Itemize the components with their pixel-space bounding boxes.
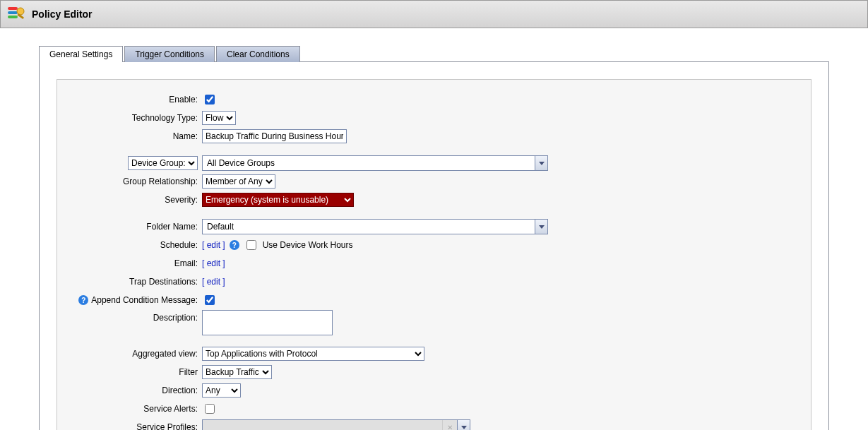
- service-alerts-checkbox[interactable]: [205, 404, 215, 414]
- svg-point-3: [17, 8, 24, 15]
- enable-label: Enable:: [64, 95, 202, 104]
- tab-trigger-conditions[interactable]: Trigger Conditions: [124, 46, 215, 62]
- filter-label: Filter: [64, 367, 202, 377]
- device-group-label-select[interactable]: Device Group:: [128, 156, 198, 170]
- service-profiles-value: [203, 420, 442, 430]
- device-group-combo[interactable]: All Device Groups: [202, 155, 548, 171]
- tab-label: General Settings: [49, 49, 112, 59]
- description-textarea[interactable]: [202, 310, 333, 335]
- append-condition-checkbox[interactable]: [205, 295, 215, 305]
- folder-name-value: Default: [203, 220, 535, 234]
- technology-type-label: Technology Type:: [64, 113, 202, 123]
- group-relationship-label: Group Relationship:: [64, 177, 202, 186]
- chevron-down-icon: [539, 162, 545, 165]
- email-label: Email:: [64, 258, 202, 268]
- severity-select[interactable]: Emergency (system is unusable): [202, 193, 354, 207]
- form-panel: Enable: Technology Type: Flow Name:: [57, 79, 811, 430]
- service-profiles-label: Service Profiles:: [64, 422, 202, 430]
- tab-panel: Enable: Technology Type: Flow Name:: [39, 61, 829, 430]
- append-condition-label: Append Condition Message:: [91, 295, 198, 305]
- tab-general-settings[interactable]: General Settings: [39, 46, 123, 62]
- tab-clear-conditions[interactable]: Clear Conditions: [216, 46, 300, 62]
- chevron-down-icon: [539, 225, 545, 229]
- folder-name-dropdown-button[interactable]: [535, 220, 547, 234]
- tab-label: Clear Conditions: [227, 49, 290, 59]
- description-label: Description:: [64, 310, 202, 323]
- direction-label: Direction:: [64, 386, 202, 395]
- help-icon[interactable]: ?: [78, 295, 88, 305]
- tab-strip: General Settings Trigger Conditions Clea…: [39, 46, 829, 62]
- chevron-down-icon: [461, 426, 467, 429]
- app-icon: [6, 4, 26, 24]
- email-edit-link[interactable]: [ edit ]: [202, 258, 225, 268]
- tab-label: Trigger Conditions: [135, 49, 204, 59]
- filter-select[interactable]: Backup Traffic: [202, 365, 272, 379]
- titlebar: Policy Editor: [0, 0, 868, 28]
- aggregated-view-select[interactable]: Top Applications with Protocol: [202, 347, 424, 361]
- clear-icon: ✕: [442, 420, 457, 430]
- service-profiles-combo: ✕: [202, 419, 470, 430]
- schedule-edit-link[interactable]: [ edit ]: [202, 240, 225, 250]
- name-label: Name:: [64, 131, 202, 141]
- severity-label: Severity:: [64, 195, 202, 205]
- name-input[interactable]: [202, 129, 347, 143]
- folder-name-combo[interactable]: Default: [202, 219, 548, 234]
- trap-destinations-label: Trap Destinations:: [64, 277, 202, 287]
- direction-select[interactable]: Any: [202, 383, 241, 398]
- folder-name-label: Folder Name:: [64, 222, 202, 232]
- aggregated-view-label: Aggregated view:: [64, 349, 202, 359]
- page-title: Policy Editor: [32, 8, 93, 20]
- trap-edit-link[interactable]: [ edit ]: [202, 277, 225, 287]
- schedule-label: Schedule:: [64, 240, 202, 250]
- service-alerts-label: Service Alerts:: [64, 404, 202, 414]
- use-device-work-hours-checkbox[interactable]: [246, 240, 256, 250]
- help-icon[interactable]: ?: [230, 240, 239, 250]
- svg-rect-1: [8, 11, 18, 14]
- device-group-dropdown-button[interactable]: [535, 156, 547, 170]
- group-relationship-select[interactable]: Member of Any: [202, 174, 275, 189]
- enable-checkbox[interactable]: [205, 95, 215, 104]
- svg-rect-0: [8, 7, 18, 10]
- service-profiles-dropdown-button: [457, 420, 470, 430]
- svg-rect-2: [8, 16, 18, 18]
- technology-type-select[interactable]: Flow: [202, 111, 236, 125]
- device-group-value: All Device Groups: [203, 156, 535, 170]
- use-device-work-hours-label: Use Device Work Hours: [263, 240, 353, 250]
